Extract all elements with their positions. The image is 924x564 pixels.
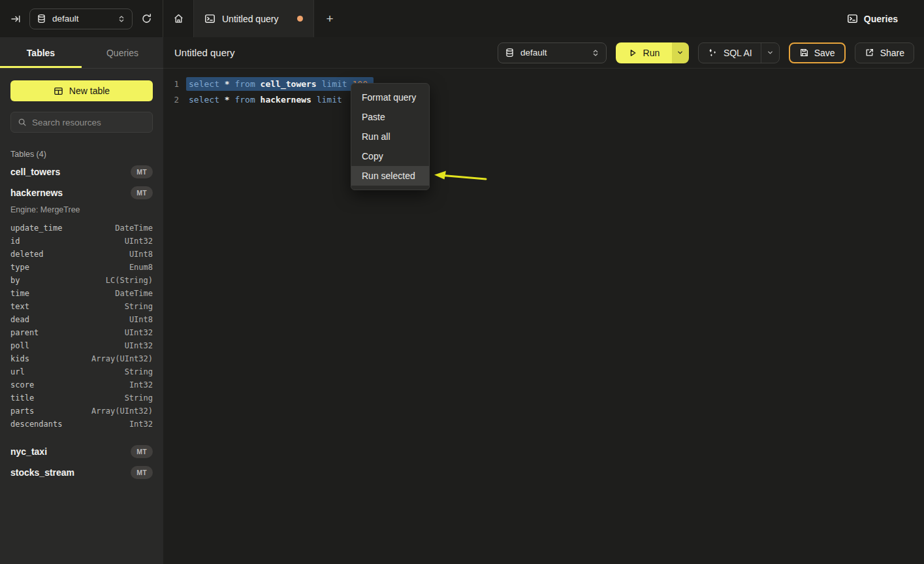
editor-line[interactable]: 1 select * from cell_towers limit 100 — [163, 76, 924, 91]
code-line-selected[interactable]: select * from cell_towers limit 100 — [186, 77, 374, 91]
collapse-sidebar-icon — [10, 14, 21, 24]
column-row[interactable]: idUInt32 — [10, 235, 153, 248]
sql-ai-label: SQL AI — [724, 48, 752, 58]
share-button[interactable]: Share — [855, 42, 914, 63]
refresh-button[interactable] — [141, 13, 152, 24]
code-token — [317, 79, 322, 89]
chevron-updown-icon — [118, 14, 125, 24]
column-row[interactable]: urlString — [10, 365, 153, 378]
column-row[interactable]: scoreInt32 — [10, 378, 153, 391]
chevron-down-icon — [767, 49, 774, 56]
toolbar-database-selector[interactable]: default — [498, 42, 607, 63]
code-token: from — [234, 95, 255, 105]
engine-badge: MT — [131, 186, 153, 199]
toolbar-database-value: default — [520, 48, 547, 58]
table-name: nyc_taxi — [10, 446, 47, 457]
column-name: id — [10, 237, 20, 246]
column-row[interactable]: kidsArray(UInt32) — [10, 352, 153, 365]
sidebar-tab-tables[interactable]: Tables — [0, 37, 82, 68]
save-icon — [799, 48, 809, 58]
menu-item-copy[interactable]: Copy — [351, 146, 429, 166]
menu-item-paste[interactable]: Paste — [351, 107, 429, 127]
engine-badge: MT — [131, 466, 153, 479]
column-row[interactable]: update_timeDateTime — [10, 222, 153, 235]
code-token — [311, 95, 317, 105]
code-token: hackernews — [261, 95, 311, 105]
column-name: title — [10, 393, 34, 403]
column-row[interactable]: deadUInt8 — [10, 313, 153, 326]
save-button[interactable]: Save — [789, 42, 846, 63]
chevron-updown-icon — [592, 48, 599, 58]
home-icon — [173, 13, 184, 24]
column-row[interactable]: byLC(String) — [10, 274, 153, 287]
column-name: poll — [10, 341, 29, 350]
code-token: select — [189, 95, 219, 105]
tab-untitled-query[interactable]: Untitled query — [193, 0, 314, 37]
table-row-nyc-taxi[interactable]: nyc_taxi MT — [10, 441, 153, 462]
column-row[interactable]: partsArray(UInt32) — [10, 405, 153, 418]
menu-item-format-query[interactable]: Format query — [351, 88, 429, 107]
table-name: cell_towers — [10, 167, 60, 177]
code-token: limit — [322, 79, 347, 89]
column-name: time — [10, 289, 29, 298]
search-input[interactable] — [32, 118, 146, 127]
database-icon — [37, 14, 46, 24]
queries-button[interactable]: Queries — [847, 13, 898, 24]
column-name: by — [10, 276, 20, 285]
column-type: DateTime — [115, 224, 153, 233]
run-options-button[interactable] — [672, 42, 689, 63]
topbar: default — [0, 0, 924, 37]
engine-badge: MT — [131, 165, 153, 178]
menu-item-run-all[interactable]: Run all — [351, 127, 429, 146]
query-title[interactable]: Untitled query — [174, 47, 235, 58]
column-type: UInt32 — [125, 328, 153, 337]
tab-label: Untitled query — [222, 14, 278, 24]
home-button[interactable] — [163, 0, 193, 37]
column-row[interactable]: pollUInt32 — [10, 339, 153, 352]
column-row[interactable]: parentUInt32 — [10, 326, 153, 339]
column-type: String — [125, 367, 153, 376]
engine-label: Engine: MergeTree — [10, 203, 153, 216]
play-icon — [628, 48, 637, 58]
run-button-label: Run — [643, 48, 660, 58]
table-name: hackernews — [10, 188, 63, 198]
table-row-cell-towers[interactable]: cell_towers MT — [10, 161, 153, 182]
run-button-group: Run — [616, 42, 689, 63]
unsaved-changes-dot — [297, 16, 303, 22]
sidebar-tab-queries[interactable]: Queries — [82, 37, 163, 68]
engine-badge: MT — [131, 445, 153, 458]
column-name: parts — [10, 406, 34, 416]
query-header: Untitled query default — [163, 37, 924, 69]
column-row[interactable]: deletedUInt8 — [10, 248, 153, 261]
sql-editor[interactable]: 1 select * from cell_towers limit 100 2 … — [163, 69, 924, 107]
column-name: text — [10, 302, 29, 311]
column-row[interactable]: timeDateTime — [10, 287, 153, 300]
collapse-sidebar-button[interactable] — [10, 14, 21, 24]
table-row-hackernews[interactable]: hackernews MT — [10, 182, 153, 203]
menu-item-run-selected[interactable]: Run selected — [351, 166, 429, 186]
column-type: UInt32 — [125, 341, 153, 350]
queries-button-label: Queries — [864, 14, 898, 24]
column-name: dead — [10, 315, 29, 324]
sql-ai-options-button[interactable] — [761, 43, 779, 63]
database-selector[interactable]: default — [29, 8, 133, 29]
table-row-stocks-stream[interactable]: stocks_stream MT — [10, 462, 153, 483]
query-toolbar: default Run — [498, 42, 914, 63]
table-name: stocks_stream — [10, 467, 74, 478]
column-row[interactable]: descendantsInt32 — [10, 418, 153, 431]
editor-line[interactable]: 2 select * from hackernews limit — [163, 91, 924, 107]
code-token — [219, 79, 225, 89]
new-table-button[interactable]: New table — [10, 80, 153, 101]
line-number: 1 — [163, 79, 179, 89]
column-row[interactable]: textString — [10, 300, 153, 313]
column-row[interactable]: typeEnum8 — [10, 261, 153, 274]
run-button[interactable]: Run — [616, 42, 672, 63]
column-row[interactable]: titleString — [10, 391, 153, 405]
code-line[interactable]: select * from hackernews limit — [189, 95, 342, 105]
column-name: kids — [10, 354, 29, 363]
column-type: String — [125, 393, 153, 403]
new-tab-button[interactable]: + — [314, 0, 345, 37]
code-token: select — [189, 79, 219, 89]
sql-ai-button[interactable]: SQL AI — [699, 43, 761, 63]
tables-section-label: Tables (4) — [10, 150, 153, 159]
